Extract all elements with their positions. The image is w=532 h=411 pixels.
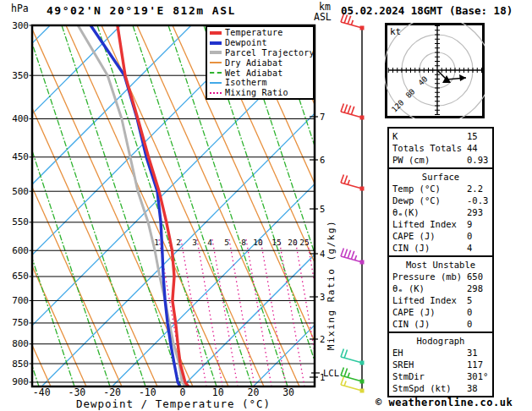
table-row: SREH117	[389, 359, 492, 370]
station-title: 49°02'N 20°19'E 812m ASL	[47, 4, 236, 17]
table-row-label: PW (cm)	[392, 155, 467, 165]
mixing-ratio-label: 4	[207, 238, 212, 247]
table-row-value: 2.2	[467, 184, 489, 194]
table-row-value: 650	[467, 271, 489, 282]
table-row: Lifted Index9	[389, 218, 492, 230]
table-row-value: 298	[467, 283, 489, 293]
mixing-ratio-label: 5	[224, 238, 229, 247]
legend-swatch-solid	[210, 82, 222, 84]
svg-text:300: 300	[12, 20, 29, 31]
legend-item: Mixing Ratio	[207, 88, 313, 98]
svg-text:550: 550	[12, 216, 29, 227]
mixing-ratio-label: 8	[241, 238, 246, 247]
svg-text:2: 2	[320, 334, 325, 344]
table-row: EH31	[389, 347, 492, 359]
table-row-label: StmSpd (kt)	[392, 383, 467, 393]
table-row: CIN (J)4	[389, 242, 492, 254]
skewt-sounding-page: { "header": { "left_unit": "hPa", "title…	[0, 0, 532, 411]
table-row: θₑ(K)293	[389, 206, 492, 218]
legend-swatch-solid	[210, 62, 222, 63]
legend-label: Parcel Trajectory	[225, 48, 315, 58]
svg-text:6: 6	[320, 155, 325, 165]
wind-barb-column	[341, 14, 365, 392]
svg-text:30: 30	[282, 386, 294, 398]
table-row-label: Pressure (mb)	[392, 271, 467, 282]
svg-text:900: 900	[12, 376, 29, 387]
wind-barb	[341, 348, 365, 364]
table-row-label: Dewp (°C)	[392, 195, 467, 206]
table-row: θₑ (K)298	[389, 282, 492, 294]
table-row-label: K	[392, 131, 467, 141]
asl-unit-label: ASL	[314, 11, 332, 23]
wind-barb	[341, 248, 365, 264]
copyright-credit: © weatheronline.co.uk	[376, 397, 513, 408]
legend-item: Temperature	[207, 28, 313, 38]
pressure-axis-labels: 300350400450500550600650700750800850900	[12, 20, 32, 388]
table-row-label: Lifted Index	[392, 295, 467, 305]
wind-barb	[341, 174, 365, 190]
table-section: K15Totals Totals44PW (cm)0.93	[387, 127, 494, 169]
table-row-value: 0.93	[467, 155, 489, 165]
table-row-value: 293	[467, 207, 489, 217]
mixing-ratio-axis-label: Mixing Ratio (g/kg)	[326, 192, 337, 378]
table-row: StmDir301°	[389, 370, 492, 382]
svg-text:-20: -20	[103, 386, 121, 398]
table-section: Most UnstablePressure (mb)650θₑ (K)298Li…	[387, 255, 494, 333]
svg-text:0: 0	[180, 386, 186, 398]
legend-box: TemperatureDewpointParcel TrajectoryDry …	[206, 25, 315, 100]
legend-label: Dry Adiabat	[225, 58, 282, 68]
table-row-label: Temp (°C)	[392, 184, 467, 194]
table-row: PW (cm)0.93	[389, 154, 492, 166]
svg-text:850: 850	[12, 359, 29, 370]
table-row: Totals Totals44	[389, 142, 492, 154]
legend-item: Dry Adiabat	[207, 58, 313, 68]
table-row-value: 15	[467, 131, 489, 141]
mixing-ratio-label: 2	[176, 238, 181, 247]
wind-barb	[341, 367, 365, 383]
temperature-curve	[118, 25, 190, 389]
table-row-value: 31	[467, 348, 489, 358]
table-row-label: CIN (J)	[392, 243, 467, 253]
legend-swatch-dotted	[210, 92, 222, 94]
svg-text:800: 800	[12, 338, 29, 349]
svg-text:10: 10	[212, 386, 224, 398]
table-section-header: Most Unstable	[389, 259, 492, 271]
mixing-ratio-label: 15	[271, 238, 281, 247]
table-row-label: Lifted Index	[392, 219, 467, 229]
legend-swatch-solid	[210, 31, 222, 35]
svg-text:-30: -30	[69, 386, 86, 398]
legend-label: Wet Adiabat	[225, 68, 282, 78]
table-row: CAPE (J)0	[389, 230, 492, 242]
table-section: HodographEH31SREH117StmDir301°StmSpd (kt…	[387, 332, 494, 397]
table-row-label: θₑ (K)	[392, 283, 467, 293]
table-row-value: 4	[467, 243, 489, 253]
table-section: SurfaceTemp (°C)2.2Dewp (°C)-0.3θₑ(K)293…	[387, 167, 494, 257]
svg-text:500: 500	[12, 186, 29, 197]
table-row: Temp (°C)2.2	[389, 183, 492, 195]
svg-text:-40: -40	[33, 386, 51, 398]
table-row-label: CIN (J)	[392, 319, 467, 329]
svg-text:450: 450	[12, 151, 29, 162]
table-row-value: 0	[467, 319, 489, 329]
table-row-value: 38	[467, 383, 489, 393]
table-row-value: 9	[467, 219, 489, 229]
svg-text:750: 750	[12, 317, 29, 328]
svg-text:3: 3	[320, 292, 325, 302]
svg-text:350: 350	[12, 70, 29, 81]
legend-swatch-dashdot	[210, 72, 222, 74]
table-row-label: StmDir	[392, 371, 467, 381]
svg-text:20: 20	[247, 386, 259, 398]
legend-swatch-solid	[210, 41, 222, 45]
svg-text:400: 400	[12, 113, 29, 124]
datetime-label: 05.02.2024 18GMT (Base: 18)	[341, 4, 513, 17]
table-row: Pressure (mb)650	[389, 271, 492, 282]
svg-text:5: 5	[320, 204, 325, 214]
svg-text:-10: -10	[139, 386, 156, 398]
table-row: Dewp (°C)-0.3	[389, 195, 492, 206]
legend-label: Dewpoint	[225, 38, 267, 47]
mixing-ratio-label: 10	[253, 238, 263, 247]
table-row-value: 5	[467, 295, 489, 305]
table-row-label: CAPE (J)	[392, 307, 467, 317]
table-row-value: 301°	[467, 371, 489, 381]
legend-label: Mixing Ratio	[225, 88, 288, 97]
